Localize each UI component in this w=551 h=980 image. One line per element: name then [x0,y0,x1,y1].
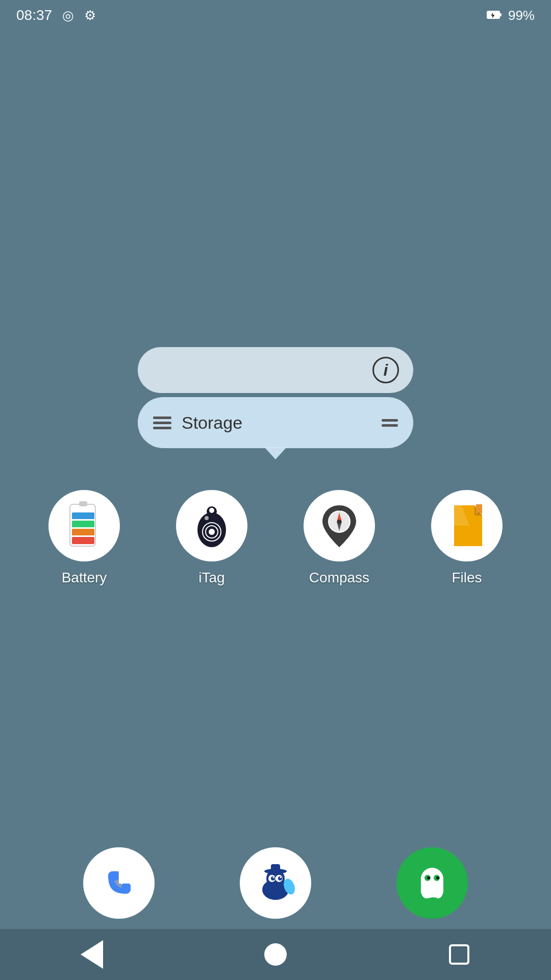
svg-point-18 [205,516,209,520]
battery-percent: 99% [508,8,535,23]
app-label-battery: Battery [62,570,107,586]
info-icon[interactable]: i [372,357,399,383]
app-item-battery[interactable]: Battery [38,490,130,586]
dock-item-phone[interactable] [83,847,155,919]
battery-icon [487,8,502,23]
svg-point-23 [337,520,341,524]
alarm-icon: ◎ [62,8,74,23]
bottom-dock [0,847,551,919]
storage-menu-icon[interactable] [382,419,398,427]
storage-label: Storage [182,413,371,433]
app-label-files: Files [452,570,482,586]
nav-recents-button[interactable] [444,939,474,970]
app-item-compass[interactable]: N Compass [293,490,385,586]
widget-storage-bar[interactable]: Storage [138,397,413,448]
nav-back-button[interactable] [77,939,107,970]
svg-point-38 [280,877,281,878]
recents-icon [449,944,469,965]
svg-point-17 [209,529,215,535]
app-item-itag[interactable]: iTag [166,490,258,586]
svg-rect-1 [499,13,502,16]
status-bar: 08:37 ◎ ⚙ 99% [0,0,551,31]
svg-rect-32 [271,864,280,872]
svg-rect-5 [72,537,94,544]
svg-point-14 [209,508,214,513]
svg-point-45 [436,876,439,879]
svg-rect-41 [421,879,443,892]
svg-point-44 [427,876,430,879]
svg-rect-2 [488,12,499,18]
svg-rect-7 [72,521,94,528]
dock-item-stacksocial[interactable] [240,847,311,919]
time-display: 08:37 [16,7,52,23]
app-row: Battery iTag [0,490,551,586]
app-icon-files[interactable] [431,490,503,561]
settings-icon: ⚙ [84,8,96,23]
svg-rect-6 [72,529,94,536]
svg-rect-4 [79,501,87,506]
app-icon-itag[interactable] [176,490,247,561]
dock-item-framer[interactable] [396,847,468,919]
svg-point-37 [272,877,274,878]
status-right: 99% [487,8,535,23]
app-item-files[interactable]: Files [421,490,513,586]
storage-list-icon [153,416,171,429]
back-icon [81,940,103,969]
svg-rect-8 [72,512,94,520]
status-left: 08:37 ◎ ⚙ [16,7,96,23]
widget-area: i Storage [0,347,551,448]
app-icon-battery[interactable] [48,490,120,561]
svg-text:N: N [338,507,341,512]
nav-bar [0,929,551,980]
widget-info-bar[interactable]: i [138,347,413,393]
app-label-compass: Compass [309,570,369,586]
home-icon [264,943,287,966]
app-label-itag: iTag [198,570,224,586]
nav-home-button[interactable] [260,939,291,970]
app-icon-compass[interactable]: N [304,490,375,561]
